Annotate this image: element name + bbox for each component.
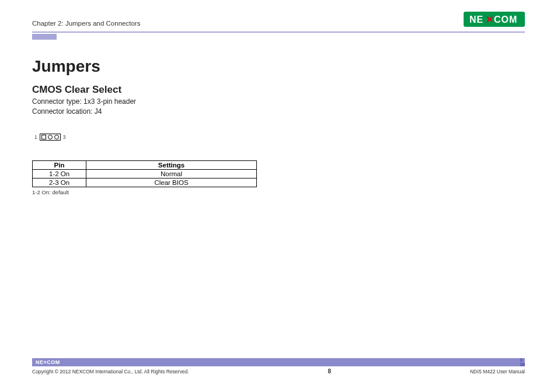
connector-type: Connector type: 1x3 3-pin header — [32, 97, 525, 107]
jumper-settings-table: Pin Settings 1-2 On Normal 2-3 On Clear … — [32, 160, 257, 187]
page-title: Jumpers — [32, 57, 525, 76]
header-tab-marker — [32, 34, 57, 40]
svg-rect-4 — [520, 358, 523, 362]
footer-bar: NE×COM — [32, 358, 525, 366]
svg-rect-5 — [520, 363, 525, 366]
svg-text:✕: ✕ — [486, 15, 493, 24]
footer-brand-logo: NE×COM — [36, 359, 60, 365]
table-row: Pin Settings — [33, 160, 257, 169]
pin-diagram: 1 3 — [32, 134, 525, 141]
manual-name: NDiS M422 User Manual — [470, 369, 525, 374]
footer-decoration-icon — [513, 358, 525, 366]
table-cell-settings: Normal — [86, 169, 257, 178]
table-cell-pin: 1-2 On — [33, 169, 86, 178]
pin-label-left: 1 — [34, 134, 37, 140]
page-number: 8 — [328, 368, 331, 374]
table-header-pin: Pin — [33, 160, 86, 169]
section-title: CMOS Clear Select — [32, 84, 525, 96]
table-row: 1-2 On Normal — [33, 169, 257, 178]
table-note: 1-2 On: default — [32, 189, 525, 195]
table-cell-pin: 2-3 On — [33, 178, 86, 187]
pin-header-icon — [40, 134, 61, 141]
chapter-title: Chapter 2: Jumpers and Connectors — [32, 20, 140, 27]
table-cell-settings: Clear BIOS — [86, 178, 257, 187]
table-row: 2-3 On Clear BIOS — [33, 178, 257, 187]
header-divider — [32, 32, 525, 33]
svg-text:NE: NE — [469, 15, 483, 24]
copyright-text: Copyright © 2012 NEXCOM International Co… — [32, 369, 189, 374]
pin-label-right: 3 — [63, 134, 66, 140]
table-header-settings: Settings — [86, 160, 257, 169]
connector-location: Connector location: J4 — [32, 107, 525, 117]
brand-logo-icon: NE ✕ COM — [464, 12, 525, 27]
svg-text:COM: COM — [494, 15, 517, 24]
